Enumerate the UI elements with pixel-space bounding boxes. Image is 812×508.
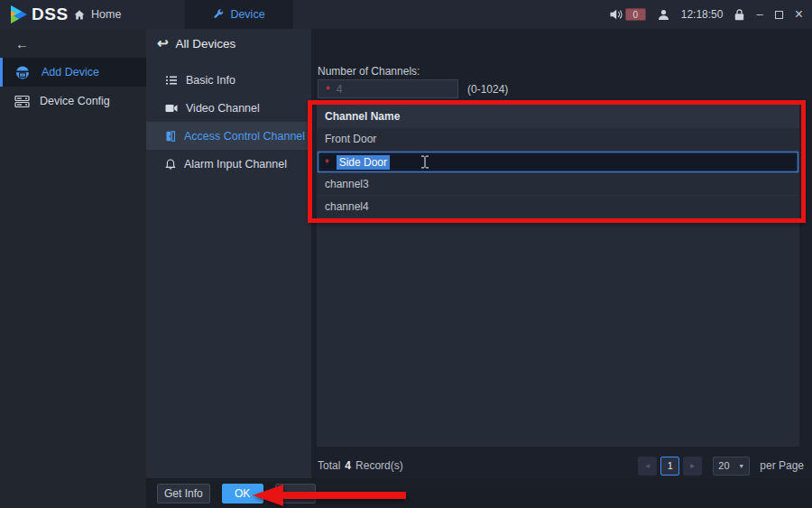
tab-home-label: Home [91,8,121,21]
total-count: 4 [345,459,351,472]
home-icon [74,10,85,20]
tab-device-label: Device [230,8,264,21]
sidebar-item-label: Add Device [42,66,99,79]
chevron-down-icon: ▼ [738,463,744,469]
page-size-value: 20 [718,460,729,471]
per-page-label: per Page [760,459,804,472]
clock-time: 12:18:50 [681,8,724,21]
sidebar-item-device-config[interactable]: Device Config [0,87,146,115]
channels-count-value: 4 [337,83,343,96]
channels-range-hint: (0-1024) [467,83,508,96]
menu-item-label: Video Channel [186,102,260,115]
panel-header: ↩ All Devices [146,29,311,58]
list-icon [165,75,178,86]
channel-table: Channel Name Front Door * Side Door chan… [317,105,799,447]
table-header-channel-name: Channel Name [317,105,799,128]
required-asterisk: * [326,86,330,95]
records-label: Record(s) [355,459,403,472]
close-button[interactable]: × [795,0,803,29]
bell-icon [165,159,176,170]
dss-logo-icon [9,4,29,25]
page-number-button[interactable]: 1 [660,457,679,476]
add-device-icon [14,65,32,80]
user-icon[interactable] [658,9,669,21]
lock-icon[interactable] [734,9,744,21]
main-content: Number of Channels: * 4 (0-1024) Channel… [311,29,812,478]
menu-item-label: Basic Info [186,74,235,87]
return-icon[interactable]: ↩ [157,35,169,51]
channel-name-cell: channel3 [325,178,369,190]
tab-home[interactable]: Home [74,0,121,29]
table-row[interactable]: channel3 [317,173,799,196]
prev-arrow-icon: ◄ [644,462,651,470]
device-nav-panel: ↩ All Devices Basic Info Video Channel [146,29,311,508]
sidebar-item-label: Device Config [40,95,110,107]
ok-button[interactable]: OK [222,484,263,503]
total-label: Total [318,459,340,472]
channel-name-cell: channel4 [325,200,369,213]
channels-label: Number of Channels: [318,65,420,78]
menu-item-label: Alarm Input Channel [184,158,287,171]
menu-item-label: Access Control Channel [184,130,305,143]
minimize-button[interactable]: – [756,0,762,29]
channel-name-cell: Front Door [325,133,376,145]
sidebar-item-add-device[interactable]: Add Device [0,58,146,87]
table-row-editing: * Side Door [317,151,799,173]
next-page-button[interactable]: ► [683,457,702,476]
get-info-button[interactable]: Get Info [157,484,210,503]
video-camera-icon [165,104,178,113]
obscured-button[interactable] [275,484,316,503]
logo-text: DSS [32,5,69,24]
next-arrow-icon: ► [689,462,697,470]
back-arrow-button[interactable]: ← [15,36,29,51]
menu-item-alarm-input-channel[interactable]: Alarm Input Channel [146,150,311,178]
device-config-icon [14,95,30,108]
table-row[interactable]: channel4 [317,196,799,218]
menu-item-access-control-channel[interactable]: Access Control Channel [146,122,311,150]
menu-item-basic-info[interactable]: Basic Info [146,66,311,94]
footer-bar: Get Info OK [146,478,812,508]
left-sidebar: ← Add Device Device Config [0,29,146,508]
menu-item-video-channel[interactable]: Video Channel [146,94,311,122]
table-row[interactable]: Front Door [317,128,799,151]
dss-logo: DSS [9,0,69,29]
channel-name-edit-input[interactable]: * Side Door [318,152,798,172]
required-asterisk: * [325,159,329,168]
prev-page-button[interactable]: ◄ [638,457,657,476]
page-size-dropdown[interactable]: 20 ▼ [713,457,750,476]
tab-device[interactable]: Device [185,0,293,29]
text-cursor-icon [420,155,429,169]
door-icon [165,131,176,142]
top-bar: DSS Home Device 0 [0,0,812,29]
channels-count-input[interactable]: * 4 [318,79,458,98]
speaker-icon[interactable] [610,9,623,20]
panel-title: All Devices [176,37,236,51]
wrench-icon [213,9,224,20]
pagination-bar: Total 4 Record(s) ◄ 1 ► 20 ▼ per Page [318,456,804,476]
selected-text: Side Door [337,155,390,170]
maximize-button[interactable] [775,11,783,19]
alarm-count-badge: 0 [625,8,646,21]
